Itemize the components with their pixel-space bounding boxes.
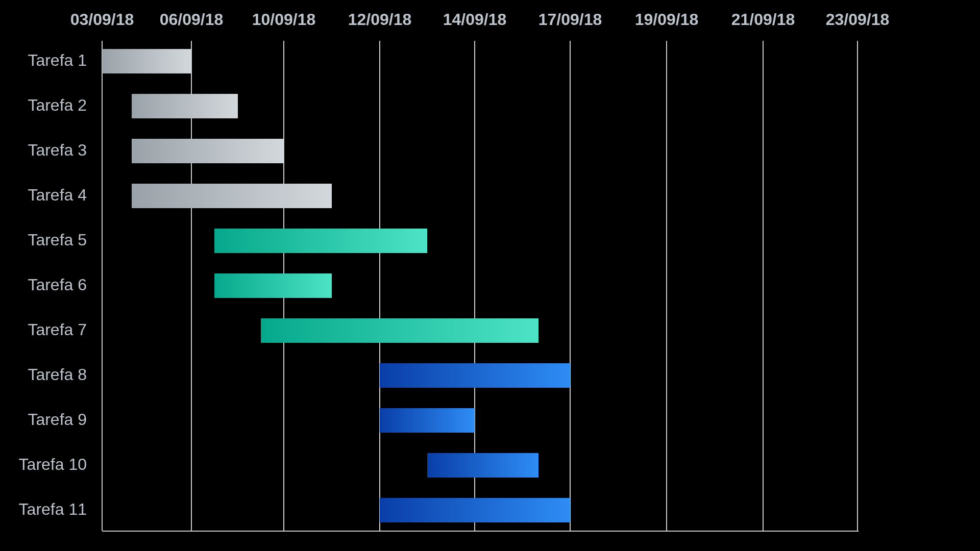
- axis-date-label: 12/09/18: [348, 10, 412, 29]
- gridline: [570, 41, 571, 531]
- gantt-bar-3: [132, 139, 284, 163]
- baseline: [102, 531, 859, 532]
- gantt-bar-7: [261, 318, 538, 343]
- axis-date-label: 06/09/18: [160, 10, 224, 29]
- gantt-bar-4: [132, 184, 332, 208]
- gantt-bar-8: [380, 363, 570, 388]
- axis-date-label: 21/09/18: [731, 10, 795, 29]
- axis-date-label: 10/09/18: [252, 10, 316, 29]
- axis-date-label: 03/09/18: [70, 10, 134, 29]
- task-label: Tarefa 7: [28, 320, 87, 339]
- gridline: [102, 41, 103, 531]
- gantt-bar-5: [214, 229, 427, 253]
- gantt-bar-2: [132, 94, 238, 118]
- axis-date-label: 19/09/18: [635, 10, 699, 29]
- task-label: Tarefa 3: [28, 141, 87, 160]
- gridline: [379, 41, 380, 531]
- gantt-bar-6: [214, 273, 332, 298]
- task-label: Tarefa 11: [19, 500, 87, 519]
- gridline: [763, 41, 764, 531]
- task-label: Tarefa 6: [28, 276, 87, 294]
- task-label: Tarefa 9: [28, 410, 87, 429]
- task-label: Tarefa 10: [19, 455, 87, 474]
- axis-date-label: 17/09/18: [538, 10, 602, 29]
- gantt-bar-1: [102, 49, 191, 73]
- gridline: [857, 41, 858, 531]
- task-label: Tarefa 4: [28, 186, 87, 205]
- task-label: Tarefa 8: [28, 365, 87, 384]
- axis-date-label: 14/09/18: [443, 10, 507, 29]
- task-label: Tarefa 1: [28, 51, 87, 70]
- axis-date-label: 23/09/18: [826, 10, 890, 29]
- task-label: Tarefa 2: [28, 96, 87, 115]
- gridline: [666, 41, 667, 531]
- gantt-bar-9: [380, 408, 475, 433]
- gantt-bar-10: [427, 453, 538, 478]
- gantt-bar-11: [380, 498, 570, 522]
- gantt-chart: 03/09/1806/09/1810/09/1812/09/1814/09/18…: [0, 0, 980, 551]
- task-label: Tarefa 5: [28, 231, 87, 249]
